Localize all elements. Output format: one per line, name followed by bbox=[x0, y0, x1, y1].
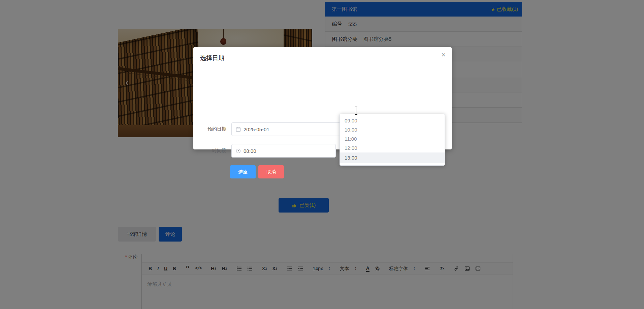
cancel-button[interactable]: 取消 bbox=[258, 165, 284, 178]
calendar-icon bbox=[236, 127, 241, 132]
page: ‹ 第一图书馆 ★ 已收藏(1) 编号 555 图书馆分类 图书馆分类5 bbox=[0, 0, 644, 309]
time-option-highlighted[interactable]: 13:00 bbox=[340, 152, 445, 163]
date-value: 2025-05-01 bbox=[244, 127, 269, 132]
start-time-value: 08:00 bbox=[244, 148, 256, 154]
time-options-dropdown: 09:00 10:00 11:00 12:00 13:00 bbox=[340, 114, 445, 166]
time-option[interactable]: 10:00 bbox=[340, 125, 445, 134]
time-option[interactable]: 09:00 bbox=[340, 116, 445, 125]
dialog-title: 选择日期 bbox=[200, 54, 224, 62]
close-icon[interactable]: × bbox=[441, 51, 446, 59]
start-time-input[interactable]: 08:00 bbox=[231, 144, 336, 158]
time-field-label: 时间段 bbox=[193, 148, 226, 154]
clock-icon bbox=[236, 148, 241, 153]
time-option[interactable]: 11:00 bbox=[340, 134, 445, 143]
choose-seat-button[interactable]: 选座 bbox=[230, 165, 256, 178]
time-option[interactable]: 12:00 bbox=[340, 143, 445, 152]
date-field-label: 预约日期 bbox=[193, 126, 226, 132]
